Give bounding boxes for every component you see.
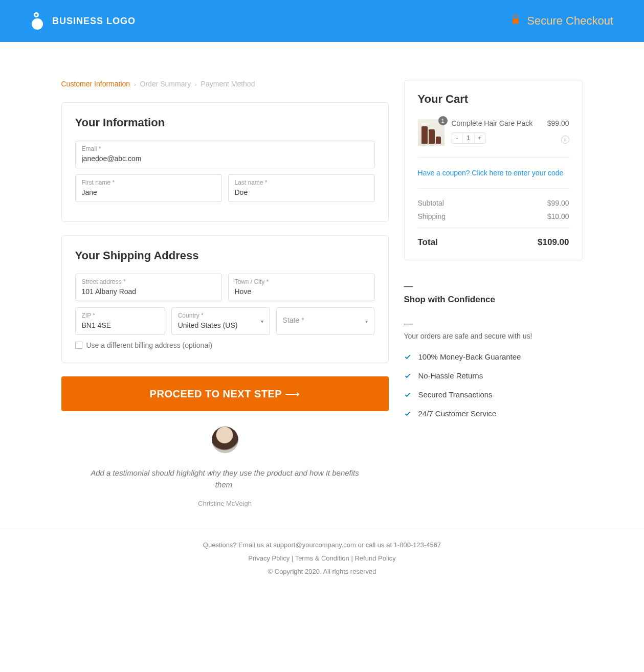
privacy-link[interactable]: Privacy Policy (248, 554, 290, 562)
breadcrumb-payment[interactable]: Payment Method (201, 80, 255, 88)
city-label: Town / City * (235, 278, 368, 285)
footer-contact: Questions? Email us at support@yourcompa… (10, 539, 634, 552)
dash-icon: — (404, 318, 583, 329)
dash-icon: — (404, 281, 583, 292)
testimonial-quote: Add a testimonial should highlight why t… (82, 467, 368, 490)
benefit-text: 24/7 Customer Service (418, 409, 497, 418)
zip-label: ZIP * (82, 312, 159, 319)
city-input[interactable] (235, 287, 368, 296)
lock-icon (510, 13, 521, 29)
benefit-text: Secured Transactions (418, 390, 493, 399)
cart-panel: Your Cart 1 Complete Hair Care Pack - 1 (404, 80, 583, 260)
city-field[interactable]: Town / City * (228, 274, 375, 301)
benefit-text: No-Hassle Returns (418, 371, 483, 380)
remove-item-button[interactable]: x (561, 136, 569, 144)
country-label: Country * (178, 312, 263, 319)
logo[interactable]: BUSINESS LOGO (31, 12, 136, 30)
first-name-label: First name * (82, 179, 215, 186)
email-label: Email * (82, 145, 368, 152)
benefit-item: 100% Money-Back Guarantee (404, 352, 583, 361)
cart-heading: Your Cart (418, 93, 569, 106)
shipping-label: Shipping (418, 212, 446, 220)
secure-checkout: Secure Checkout (510, 13, 613, 29)
footer: Questions? Email us at support@yourcompa… (0, 528, 644, 589)
coupon-link[interactable]: Have a coupon? Click here to enter your … (418, 169, 569, 189)
item-price: $99.00 (547, 119, 569, 127)
total-label: Total (418, 237, 438, 248)
arrow-right-icon: ⟶ (285, 388, 300, 399)
benefit-item: 24/7 Customer Service (404, 409, 583, 418)
confidence-sub: Your orders are safe and secure with us! (404, 332, 583, 340)
proceed-label: PROCEED TO NEXT STEP (150, 388, 282, 399)
benefit-item: No-Hassle Returns (404, 371, 583, 380)
support-email-link[interactable]: support@yourcompany.com (273, 541, 356, 549)
last-name-field[interactable]: Last name * (228, 174, 375, 202)
country-value: United States (US) (178, 321, 263, 329)
footer-links: Privacy Policy | Terms & Condition | Ref… (10, 552, 634, 565)
support-phone: 1-800-123-4567 (394, 541, 441, 549)
testimonial-author: Christine McVeigh (82, 500, 368, 507)
breadcrumb: Customer Information › Order Summary › P… (61, 80, 389, 88)
check-icon (404, 410, 411, 417)
avatar (212, 427, 238, 453)
check-icon (404, 391, 411, 398)
subtotal-row: Subtotal $99.00 (418, 199, 569, 207)
info-heading: Your Information (75, 116, 375, 129)
item-thumb-wrap: 1 (418, 119, 445, 146)
check-icon (404, 353, 411, 361)
secure-text: Secure Checkout (527, 14, 613, 28)
cart-item: 1 Complete Hair Care Pack - 1 + $99.00 x (418, 119, 569, 158)
state-label: State * (283, 316, 368, 324)
your-information-panel: Your Information Email * First name * La… (61, 102, 389, 222)
breadcrumb-customer-info[interactable]: Customer Information (61, 80, 130, 88)
different-billing-label: Use a different billing address (optiona… (86, 341, 212, 349)
qty-plus-button[interactable]: + (475, 133, 485, 143)
zip-field[interactable]: ZIP * (75, 307, 165, 335)
shipping-address-panel: Your Shipping Address Street address * T… (61, 235, 389, 363)
subtotal-label: Subtotal (418, 199, 444, 207)
benefit-text: 100% Money-Back Guarantee (418, 352, 521, 361)
logo-icon (31, 12, 46, 30)
refund-link[interactable]: Refund Policy (354, 554, 395, 562)
different-billing-row[interactable]: Use a different billing address (optiona… (75, 341, 375, 349)
confidence-section: — Shop with Confidence — Your orders are… (404, 281, 583, 418)
total-row: Total $109.00 (418, 237, 569, 248)
last-name-label: Last name * (235, 179, 368, 186)
footer-copyright: © Copyright 2020. All rights reserved (10, 565, 634, 578)
chevron-right-icon: › (134, 81, 136, 87)
street-field[interactable]: Street address * (75, 274, 222, 301)
total-value: $109.00 (538, 237, 569, 248)
shipping-row: Shipping $10.00 (418, 212, 569, 220)
street-label: Street address * (82, 278, 215, 285)
testimonial: Add a testimonial should highlight why t… (61, 427, 389, 507)
shipping-heading: Your Shipping Address (75, 249, 375, 262)
proceed-button[interactable]: PROCEED TO NEXT STEP ⟶ (61, 376, 389, 411)
qty-value: 1 (462, 133, 475, 143)
terms-link[interactable]: Terms & Condition (295, 554, 351, 562)
street-input[interactable] (82, 287, 215, 296)
benefit-item: Secured Transactions (404, 390, 583, 399)
email-input[interactable] (82, 154, 368, 163)
qty-badge: 1 (438, 116, 448, 125)
state-select[interactable]: State * (276, 307, 375, 335)
chevron-right-icon: › (195, 81, 197, 87)
email-field[interactable]: Email * (75, 141, 375, 168)
zip-input[interactable] (82, 321, 159, 329)
item-name: Complete Hair Care Pack (452, 119, 540, 127)
breadcrumb-order-summary[interactable]: Order Summary (140, 80, 191, 88)
check-icon (404, 372, 411, 379)
country-select[interactable]: Country * United States (US) (171, 307, 270, 335)
different-billing-checkbox[interactable] (75, 342, 82, 349)
subtotal-value: $99.00 (547, 199, 569, 207)
first-name-field[interactable]: First name * (75, 174, 222, 202)
logo-text: BUSINESS LOGO (52, 16, 136, 27)
shipping-value: $10.00 (547, 212, 569, 220)
qty-minus-button[interactable]: - (452, 133, 462, 143)
confidence-heading: Shop with Confidence (404, 295, 583, 305)
qty-stepper: - 1 + (452, 132, 485, 144)
first-name-input[interactable] (82, 188, 215, 196)
header: BUSINESS LOGO Secure Checkout (0, 0, 644, 42)
last-name-input[interactable] (235, 188, 368, 196)
